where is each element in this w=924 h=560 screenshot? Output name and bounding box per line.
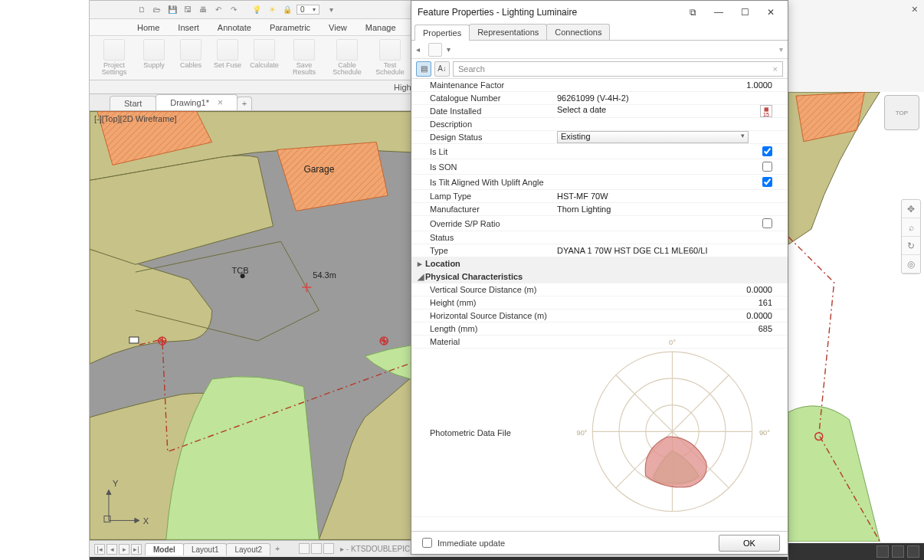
prop-label-design-status: Design Status	[411, 133, 557, 142]
nav-pan-icon[interactable]: ✥	[902, 200, 920, 218]
lock-icon[interactable]: 🔒	[281, 4, 293, 16]
prop-value-catalogue[interactable]: 96261099 (V-4H-2)	[557, 93, 788, 103]
sheet-tab-model[interactable]: Model	[145, 543, 184, 555]
prop-label-type: Type	[411, 246, 557, 255]
secondary-canvas[interactable]	[788, 92, 924, 542]
ribbon-calculate[interactable]: Calculate	[247, 38, 281, 78]
list-view-icon[interactable]	[428, 43, 442, 57]
tab-connections[interactable]: Connections	[546, 24, 610, 40]
bulb-icon[interactable]: 💡	[251, 4, 263, 16]
prop-label-is-lit: Is Lit	[411, 147, 557, 156]
categorized-sort-button[interactable]: ▤	[416, 61, 431, 77]
sheet-last-icon[interactable]: ▸|	[131, 544, 142, 555]
prop-value-design-status[interactable]: Existing	[557, 131, 788, 143]
tilt-uplift-checkbox[interactable]	[762, 177, 772, 187]
ribbon-tab-view[interactable]: View	[319, 20, 356, 35]
viewcube[interactable]: TOP	[884, 95, 919, 130]
sheet-tab-layout2[interactable]: Layout2	[226, 543, 270, 555]
search-placeholder: Search	[458, 64, 485, 74]
nav-orbit-icon[interactable]: ↻	[902, 237, 920, 255]
new-icon[interactable]: 🗋	[136, 4, 148, 16]
status-icon[interactable]	[892, 545, 904, 558]
qat-more-icon[interactable]: ▾	[326, 4, 338, 16]
prop-value-override-sp[interactable]	[557, 216, 788, 231]
property-grid[interactable]: Maintenance Factor1.0000 Catalogue Numbe…	[411, 79, 788, 531]
status-icon[interactable]	[907, 545, 919, 558]
is-son-checkbox[interactable]	[762, 162, 772, 172]
section-location[interactable]: ▸Location	[411, 257, 788, 270]
ribbon-testschedule[interactable]: Test Schedule	[370, 38, 410, 78]
ribbon-tab-home[interactable]: Home	[128, 20, 169, 35]
restore-icon[interactable]: ⧉	[682, 4, 703, 21]
design-status-dropdown[interactable]: Existing	[557, 131, 749, 143]
prop-value-lamp-type[interactable]: HST-MF 70W	[557, 192, 788, 201]
prop-value-manufacturer[interactable]: Thorn Lighting	[557, 205, 788, 214]
close-icon[interactable]: ✕	[760, 4, 781, 21]
dialog-titlebar[interactable]: Feature Properties - Lighting Luminaire …	[411, 1, 788, 24]
alpha-sort-button[interactable]: A↓	[434, 61, 450, 77]
prop-value-height[interactable]: 161	[557, 298, 788, 307]
override-sp-checkbox[interactable]	[762, 218, 772, 228]
tab-properties[interactable]: Properties	[414, 25, 470, 41]
saveas-icon[interactable]: 🖫	[182, 4, 194, 16]
dialog-toolbar: ◂ ▾ ▾	[411, 41, 788, 59]
ucs-y: Y	[113, 479, 119, 488]
ok-button[interactable]: OK	[719, 535, 780, 552]
sheet-first-icon[interactable]: |◂	[94, 544, 105, 555]
viewport-label[interactable]: [-][Top][2D Wireframe]	[94, 114, 177, 123]
ribbon-tab-annotate[interactable]: Annotate	[208, 20, 260, 35]
is-lit-checkbox[interactable]	[762, 146, 772, 156]
immediate-update-checkbox[interactable]: Immediate update	[419, 535, 505, 550]
ribbon-setfuse[interactable]: Set Fuse	[211, 38, 244, 78]
ribbon-saveresults[interactable]: Save Results	[284, 38, 324, 78]
doc-tab-drawing[interactable]: Drawing1* ×	[156, 94, 238, 110]
chevron-down-icon[interactable]: ▾	[447, 45, 451, 54]
command-prompt[interactable]: ▸ - KTSDOUBLEPICK	[340, 545, 415, 553]
prop-value-vsd[interactable]: 0.0000	[557, 285, 788, 294]
tab-representations[interactable]: Representations	[469, 24, 547, 40]
add-tab-button[interactable]: +	[237, 97, 252, 110]
prop-value-date-installed[interactable]: Select a date▦15	[557, 105, 788, 117]
prop-value-tilt-uplift[interactable]	[557, 175, 788, 189]
expand-icon[interactable]: ▾	[779, 45, 783, 54]
print-icon[interactable]: 🖶	[197, 4, 209, 16]
prop-value-type[interactable]: DYANA 1 70W HST DGE CL1 MLE60/LI	[557, 246, 788, 255]
clear-search-icon[interactable]: ×	[773, 64, 778, 74]
doc-tab-start[interactable]: Start	[110, 96, 156, 110]
prop-label-date-installed: Date Installed	[411, 106, 557, 116]
calendar-icon[interactable]: ▦15	[760, 105, 772, 117]
prop-value-maintenance-factor[interactable]: 1.0000	[557, 80, 788, 90]
section-physical[interactable]: ◢Physical Characteristics	[411, 270, 788, 283]
save-icon[interactable]: 💾	[166, 4, 179, 16]
ribbon-project-settings[interactable]: Project Settings	[94, 38, 134, 78]
prop-value-length[interactable]: 685	[557, 324, 788, 333]
layer-dropdown[interactable]: 0 ▾	[297, 5, 319, 15]
close-tab-icon[interactable]: ×	[218, 97, 223, 108]
sheet-prev-icon[interactable]: ◂	[106, 544, 117, 555]
open-icon[interactable]: 🗁	[151, 4, 163, 16]
redo-icon[interactable]: ↷	[228, 4, 240, 16]
maximize-icon[interactable]: ☐	[734, 4, 755, 21]
nav-zoom-icon[interactable]: ⌕	[902, 218, 920, 237]
sheet-next-icon[interactable]: ▸	[119, 544, 129, 555]
prop-value-is-lit[interactable]	[557, 144, 788, 159]
prop-value-hsd[interactable]: 0.0000	[557, 311, 788, 320]
ribbon-supply[interactable]: Supply	[137, 38, 171, 78]
ribbon-tab-parametric[interactable]: Parametric	[260, 20, 319, 35]
nav-wheel-icon[interactable]: ◎	[902, 255, 920, 273]
search-input[interactable]: Search ×	[453, 61, 783, 77]
prop-label-length: Length (mm)	[411, 324, 557, 333]
sheet-tab-layout1[interactable]: Layout1	[183, 543, 228, 555]
undo-icon[interactable]: ↶	[212, 4, 224, 16]
ribbon-cableschedule[interactable]: Cable Schedule	[327, 38, 367, 78]
sheet-add-button[interactable]: +	[271, 545, 283, 553]
sun-icon[interactable]: ☀	[266, 4, 278, 16]
ribbon-cables[interactable]: Cables	[174, 38, 208, 78]
prop-value-is-son[interactable]	[557, 159, 788, 174]
secondary-close-icon[interactable]: ×	[912, 3, 918, 15]
ribbon-tab-insert[interactable]: Insert	[169, 20, 208, 35]
ribbon-tab-manage[interactable]: Manage	[356, 20, 405, 35]
collapse-icon[interactable]: ◂	[416, 45, 424, 54]
status-icon[interactable]	[876, 545, 889, 558]
minimize-icon[interactable]: —	[708, 4, 729, 21]
